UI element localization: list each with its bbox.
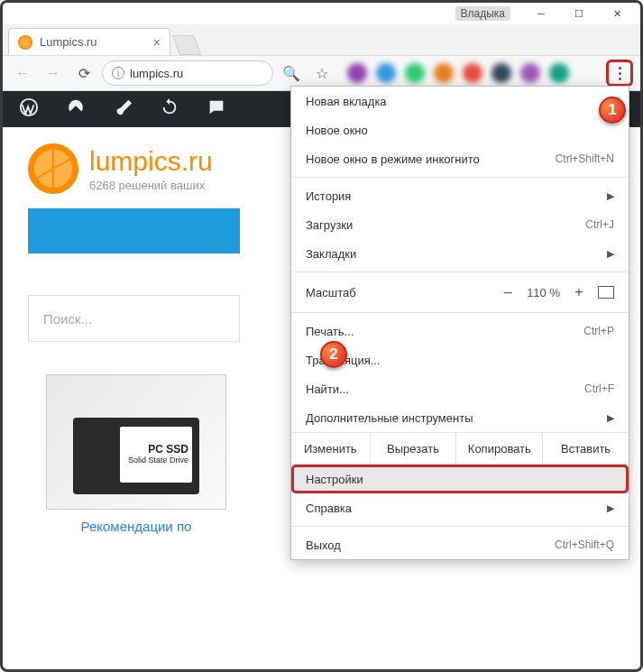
browser-window: Владыка ─ ☐ ✕ Lumpics.ru × ← → ⟳ i lumpi… xyxy=(0,0,643,672)
dashboard-icon[interactable] xyxy=(66,97,86,121)
menu-incognito[interactable]: Новое окно в режиме инкогнитоCtrl+Shift+… xyxy=(291,144,629,173)
forward-button[interactable]: → xyxy=(41,60,66,86)
minimize-button[interactable]: ─ xyxy=(523,4,559,23)
tab-close-icon[interactable]: × xyxy=(153,35,161,50)
search-placeholder: Поиск... xyxy=(43,311,92,327)
nav-bar[interactable] xyxy=(28,208,240,253)
menu-print[interactable]: Печать...Ctrl+P xyxy=(291,317,629,345)
menu-history[interactable]: История▶ xyxy=(291,181,629,210)
tab-strip: Lumpics.ru × xyxy=(3,24,640,55)
chrome-menu-button[interactable] xyxy=(606,60,633,87)
chrome-menu: Новая вкладка Новое окно Новое окно в ре… xyxy=(290,86,629,560)
site-logo-icon xyxy=(28,143,78,194)
menu-more-tools[interactable]: Дополнительные инструменты▶ xyxy=(291,403,629,432)
menu-find[interactable]: Найти...Ctrl+F xyxy=(291,374,629,403)
wordpress-icon[interactable] xyxy=(19,97,39,121)
tab-title: Lumpics.ru xyxy=(40,35,97,49)
menu-cut[interactable]: Вырезать xyxy=(370,433,456,464)
site-subtitle: 6268 решений ваших xyxy=(89,179,213,192)
address-text: lumpics.ru xyxy=(130,67,183,80)
bookmark-star-icon[interactable]: ☆ xyxy=(309,60,335,86)
annotation-badge-2: 2 xyxy=(320,341,347,368)
maximize-button[interactable]: ☐ xyxy=(561,4,597,23)
annotation-badge-1: 1 xyxy=(599,97,626,124)
address-bar[interactable]: i lumpics.ru xyxy=(102,60,273,86)
fullscreen-icon[interactable] xyxy=(598,286,614,299)
favicon-icon xyxy=(18,35,32,50)
back-button[interactable]: ← xyxy=(10,60,35,86)
refresh-icon[interactable] xyxy=(160,97,179,121)
menu-downloads[interactable]: ЗагрузкиCtrl+J xyxy=(291,210,629,239)
menu-paste[interactable]: Вставить xyxy=(542,433,629,464)
menu-settings[interactable]: Настройки xyxy=(291,465,629,493)
menu-new-tab[interactable]: Новая вкладка xyxy=(291,87,629,115)
menu-new-window[interactable]: Новое окно xyxy=(291,115,629,144)
menu-zoom: Масштаб – 110 % + xyxy=(291,276,629,308)
brush-icon[interactable] xyxy=(113,97,133,121)
menu-bookmarks[interactable]: Закладки▶ xyxy=(291,239,629,268)
menu-help[interactable]: Справка▶ xyxy=(291,493,629,522)
reload-button[interactable]: ⟳ xyxy=(71,60,96,86)
site-title: lumpics.ru xyxy=(89,146,213,177)
zoom-value: 110 % xyxy=(527,286,560,299)
card-title: Рекомендации по xyxy=(28,519,244,534)
titlebar: Владыка ─ ☐ ✕ xyxy=(3,3,640,24)
site-info-icon[interactable]: i xyxy=(112,67,124,79)
menu-exit[interactable]: ВыходCtrl+Shift+Q xyxy=(291,530,629,559)
zoom-label: Масштаб xyxy=(306,286,356,299)
menu-copy[interactable]: Копировать xyxy=(455,433,542,464)
ssd-thumb: PC SSDSolid State Drive xyxy=(46,374,226,510)
card-ssd[interactable]: PC SSDSolid State Drive Рекомендации по xyxy=(28,374,244,534)
extensions-area xyxy=(347,63,593,83)
tab-lumpics[interactable]: Lumpics.ru × xyxy=(8,28,170,55)
close-button[interactable]: ✕ xyxy=(599,4,635,23)
zoom-icon[interactable]: 🔍 xyxy=(279,60,304,86)
edit-label: Изменить xyxy=(291,442,370,456)
search-input[interactable]: Поиск... xyxy=(28,295,240,342)
comment-icon[interactable] xyxy=(207,97,226,121)
menu-edit-row: Изменить Вырезать Копировать Вставить xyxy=(291,432,629,465)
new-tab-button[interactable] xyxy=(172,35,201,55)
zoom-out-button[interactable]: – xyxy=(498,284,518,300)
profile-name[interactable]: Владыка xyxy=(455,6,511,21)
zoom-in-button[interactable]: + xyxy=(569,284,589,300)
